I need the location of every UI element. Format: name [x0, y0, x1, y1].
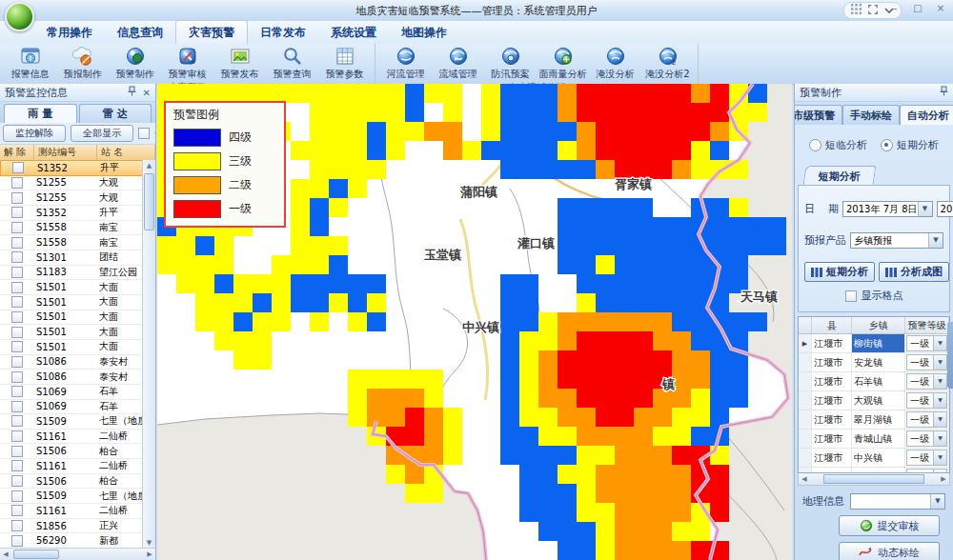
dropdown-arrow-icon[interactable]: ▼ — [933, 431, 946, 446]
town-cell[interactable]: 柳街镇 — [852, 334, 905, 352]
radio-短期分析[interactable]: 短期分析 — [881, 138, 939, 152]
short-term-analysis-button[interactable]: 短期分析 — [804, 262, 875, 282]
release-checkbox[interactable] — [11, 356, 23, 368]
warning-tab-市级预警[interactable]: 市级预警 — [794, 105, 842, 125]
ribbon-button-forecast-make[interactable]: 预报制作 — [56, 45, 109, 81]
col-release[interactable]: 解 除 — [0, 145, 34, 160]
table-row[interactable]: S1501大面 — [0, 340, 143, 355]
close-button[interactable]: × — [934, 3, 947, 13]
col-warning-level[interactable]: 预警等级 — [905, 317, 949, 333]
menu-item-系统设置[interactable]: 系统设置 — [318, 21, 389, 44]
date-combobox[interactable]: 2013年 7月 8日▼ — [842, 201, 933, 217]
level-dropdown[interactable]: 一级▼ — [906, 335, 947, 351]
release-checkbox[interactable] — [11, 475, 23, 487]
level-dropdown[interactable]: 一级▼ — [906, 392, 947, 409]
release-checkbox[interactable] — [11, 446, 23, 457]
table-row[interactable]: S1255大观 — [0, 176, 143, 191]
station-table-hscrollbar[interactable]: ◀ ▶ — [0, 548, 155, 560]
select-all-checkbox[interactable] — [138, 128, 150, 139]
menu-item-日常发布[interactable]: 日常发布 — [248, 21, 318, 44]
show-gridpoints-checkbox[interactable] — [845, 290, 857, 302]
grid-icon[interactable] — [851, 4, 862, 17]
release-checkbox[interactable] — [11, 535, 23, 547]
table-row[interactable]: S1506柏合 — [0, 474, 143, 490]
release-checkbox[interactable] — [11, 177, 23, 189]
table-row[interactable]: 江堰市大观镇一级▼ — [799, 391, 949, 410]
level-dropdown[interactable]: 一级▼ — [906, 450, 947, 466]
warning-tab-手动标绘[interactable]: 手动标绘 — [842, 105, 900, 125]
table-row[interactable]: 江堰市青城山镇一级▼ — [799, 430, 949, 449]
dropdown-arrow-icon[interactable]: ▼ — [933, 393, 946, 408]
release-checkbox[interactable] — [11, 192, 23, 204]
release-checkbox[interactable] — [11, 490, 23, 502]
release-checkbox[interactable] — [11, 251, 23, 263]
level-dropdown[interactable]: 一级▼ — [906, 430, 947, 447]
ribbon-button-flood-analysis[interactable]: 淹没分析 — [589, 45, 641, 81]
town-cell[interactable]: 青城山镇 — [852, 430, 905, 448]
release-checkbox[interactable] — [11, 327, 23, 338]
dynamic-plot-button[interactable]: 动态标绘 — [839, 542, 940, 560]
ribbon-button-warning-params[interactable]: 预警参数 — [318, 45, 371, 81]
vscroll-thumb[interactable] — [144, 173, 154, 230]
ribbon-button-rain-analysis[interactable]: 面雨量分析 — [537, 45, 589, 81]
col-station-id[interactable]: 测站编号 — [34, 145, 97, 160]
menu-item-地图操作[interactable]: 地图操作 — [389, 21, 459, 44]
level-dropdown[interactable]: 一级▼ — [906, 354, 947, 370]
ribbon-button-basin-manage[interactable]: 流域管理 — [432, 45, 484, 81]
map-view[interactable]: 蒲阳镇胥家镇灌口镇玉堂镇天马镇中兴镇镇 预警图例 四级三级二级一级 — [157, 84, 792, 560]
dropdown-arrow-icon[interactable]: ▼ — [933, 450, 946, 465]
level-dropdown[interactable]: 一级▼ — [906, 411, 947, 428]
expand-icon[interactable] — [867, 4, 879, 18]
table-row[interactable]: S1352升平 — [0, 206, 143, 221]
ribbon-button-warning-make[interactable]: 预警制作 — [109, 45, 161, 81]
col-town[interactable]: 乡镇 — [852, 317, 905, 333]
table-row[interactable]: S1509七里（地质灾 — [0, 489, 143, 504]
release-checkbox[interactable] — [11, 386, 23, 397]
release-checkbox[interactable] — [11, 222, 23, 233]
dropdown-arrow-icon[interactable]: ▼ — [933, 412, 946, 427]
table-row[interactable]: S1161二仙桥 — [0, 430, 143, 445]
town-cell[interactable]: 安龙镇 — [852, 353, 905, 371]
release-checkbox[interactable] — [11, 430, 23, 442]
table-row[interactable]: S1856正兴 — [0, 519, 143, 534]
ribbon-button-warning-query[interactable]: 预警查询 — [266, 45, 318, 81]
table-row[interactable]: S1509七里（地质灾 — [0, 414, 143, 430]
release-checkbox[interactable] — [11, 371, 23, 383]
geo-info-combobox[interactable]: ▼ — [850, 493, 945, 510]
show-all-button[interactable]: 全部显示 — [71, 125, 133, 142]
minimize-button[interactable]: – — [888, 3, 902, 13]
app-logo-orb[interactable] — [5, 2, 34, 31]
table-row[interactable]: S1558南宝 — [0, 235, 143, 250]
subtab-short-term[interactable]: 短期分析 — [803, 166, 877, 185]
release-checkbox[interactable] — [11, 505, 23, 516]
panel-resize-grip[interactable] — [947, 322, 953, 389]
ribbon-button-warning-publish[interactable]: 预警发布 — [213, 45, 266, 81]
table-row[interactable]: 江堰市石羊镇一级▼ — [799, 372, 949, 391]
pin-icon[interactable] — [128, 86, 136, 99]
table-row[interactable]: S1501大面 — [0, 295, 143, 310]
monitor-release-button[interactable]: 监控解除 — [3, 125, 66, 142]
station-table-vscrollbar[interactable]: ▲ ▼ — [142, 160, 155, 549]
level-dropdown[interactable]: 一级▼ — [906, 373, 947, 390]
release-checkbox[interactable] — [11, 520, 23, 531]
scroll-right-arrow[interactable]: ▶ — [938, 473, 949, 485]
hscroll-thumb[interactable] — [823, 474, 924, 484]
ribbon-button-warning-audit[interactable]: 预警审核 — [161, 45, 213, 81]
table-row[interactable]: 江堰市翠月湖镇一级▼ — [799, 410, 949, 430]
dropdown-arrow-icon[interactable]: ▼ — [933, 336, 946, 350]
col-county[interactable]: 县 — [812, 317, 852, 333]
hour-combobox[interactable]: 20▼ — [937, 201, 953, 217]
pin-icon[interactable] — [940, 86, 948, 99]
table-row[interactable]: S1069石羊 — [0, 400, 143, 415]
table-row[interactable]: S1501大面 — [0, 280, 143, 295]
table-row[interactable]: S1086泰安村 — [0, 370, 143, 385]
table-row[interactable]: S1086泰安村 — [0, 355, 143, 370]
release-checkbox[interactable] — [11, 207, 23, 218]
table-row[interactable]: ▶江堰市柳街镇一级▼ — [799, 334, 949, 353]
monitor-tab-雨量[interactable]: 雨 量 — [4, 104, 77, 123]
ribbon-button-alarm-info[interactable]: 报警信息 — [4, 45, 56, 81]
menu-item-信息查询[interactable]: 信息查询 — [105, 21, 175, 44]
table-row[interactable]: 56290新都 — [0, 533, 143, 549]
dropdown-arrow-icon[interactable]: ▼ — [933, 374, 946, 389]
scroll-right-arrow[interactable]: ▶ — [144, 549, 155, 560]
